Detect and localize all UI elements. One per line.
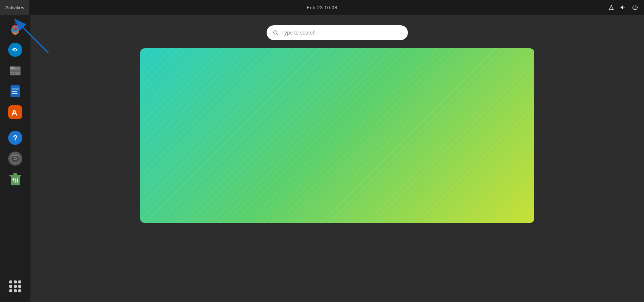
clock: Feb 23 10:08 (307, 5, 338, 10)
dock-item-disk[interactable] (6, 149, 25, 168)
svg-rect-18 (12, 90, 19, 90)
svg-rect-20 (12, 93, 18, 94)
search-input[interactable] (281, 30, 402, 36)
svg-line-4 (611, 6, 613, 10)
activities-button[interactable]: Activities (0, 0, 29, 15)
dock-item-writer[interactable] (6, 82, 25, 101)
search-icon (273, 30, 278, 36)
dock-item-appstore[interactable]: A (6, 103, 25, 122)
workspace-area (140, 48, 534, 223)
dock-item-files[interactable] (6, 61, 25, 80)
network-icon[interactable] (607, 3, 616, 12)
svg-rect-13 (10, 70, 20, 71)
volume-icon[interactable] (619, 3, 628, 12)
svg-rect-17 (12, 88, 19, 89)
svg-rect-14 (10, 71, 20, 72)
svg-text:A: A (12, 108, 17, 117)
system-tray (607, 3, 644, 12)
dock-item-help[interactable]: ? (6, 128, 25, 147)
svg-point-10 (14, 49, 16, 51)
main-content (30, 15, 644, 302)
svg-rect-15 (10, 73, 16, 74)
svg-rect-28 (13, 173, 17, 175)
svg-line-3 (609, 6, 611, 10)
svg-rect-19 (12, 91, 17, 92)
dock-item-thunderbird[interactable] (6, 40, 25, 59)
show-applications-button[interactable] (6, 277, 25, 296)
dock: A ? (0, 15, 30, 302)
search-bar[interactable] (267, 25, 408, 40)
workspace-window[interactable] (140, 48, 534, 223)
svg-point-25 (15, 158, 16, 159)
svg-line-33 (277, 34, 278, 35)
power-icon[interactable] (631, 3, 640, 12)
svg-rect-12 (10, 66, 15, 69)
search-container (267, 25, 408, 40)
svg-point-32 (274, 31, 277, 34)
dock-separator (9, 125, 22, 125)
topbar: Activities Feb 23 10:08 (0, 0, 644, 15)
dock-item-trash[interactable] (6, 170, 25, 189)
dock-item-firefox[interactable] (6, 19, 25, 39)
